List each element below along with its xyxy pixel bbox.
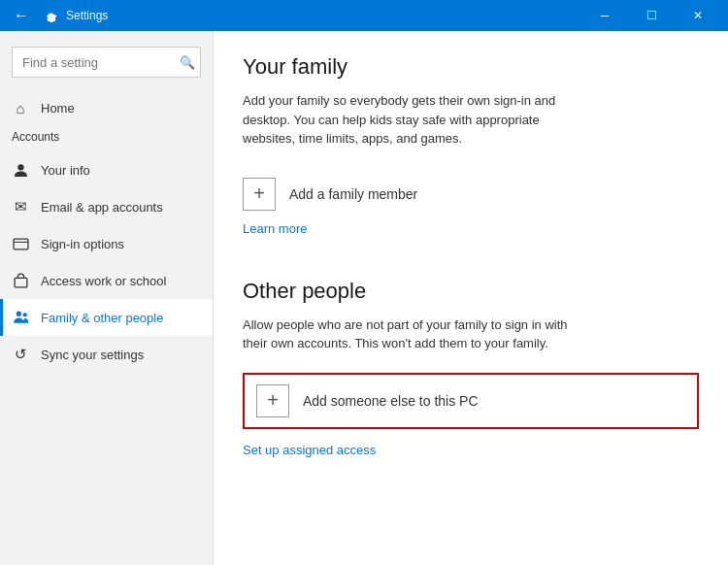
accounts-section-label: Accounts (0, 126, 213, 151)
other-people-section: Other people Allow people who are not pa… (243, 279, 699, 457)
sidebar-item-home-label: Home (41, 101, 75, 116)
search-input[interactable] (12, 47, 201, 78)
learn-more-link[interactable]: Learn more (243, 221, 307, 236)
svg-rect-0 (14, 239, 28, 249)
family-section: Your family Add your family so everybody… (243, 54, 699, 263)
minimize-button[interactable]: ─ (582, 0, 627, 31)
family-section-desc: Add your family so everybody gets their … (243, 91, 592, 149)
add-family-member-item[interactable]: + Add a family member (243, 168, 699, 220)
other-people-section-desc: Allow people who are not part of your fa… (243, 316, 592, 353)
main-content: Your family Add your family so everybody… (214, 31, 728, 565)
access-work-label: Access work or school (41, 274, 166, 288)
sidebar-item-sync-settings[interactable]: ↺ Sync your settings (0, 336, 213, 373)
family-icon (12, 309, 29, 326)
sidebar-item-sign-in-options[interactable]: Sign-in options (0, 225, 213, 262)
window-controls: ─ ☐ ✕ (582, 0, 720, 31)
sync-icon: ↺ (12, 346, 29, 363)
add-family-member-label: Add a family member (289, 186, 417, 202)
add-family-icon-box: + (243, 178, 276, 211)
sidebar-item-family-other-people[interactable]: Family & other people (0, 299, 213, 336)
back-button[interactable]: ← (8, 2, 35, 29)
sidebar-item-your-info[interactable]: Your info (0, 151, 213, 188)
family-other-people-label: Family & other people (41, 311, 163, 325)
email-icon: ✉ (12, 198, 29, 216)
add-someone-label: Add someone else to this PC (303, 393, 479, 409)
app-container: 🔍 ⌂ Home Accounts Your info ✉ Email & ap… (0, 31, 728, 565)
email-accounts-label: Email & app accounts (41, 200, 163, 215)
other-people-section-title: Other people (243, 279, 699, 304)
family-section-title: Your family (243, 54, 699, 80)
svg-point-4 (22, 313, 26, 316)
search-icon[interactable]: 🔍 (180, 55, 195, 70)
sidebar-item-email-accounts[interactable]: ✉ Email & app accounts (0, 188, 213, 225)
svg-rect-2 (15, 278, 27, 287)
sidebar-item-access-work[interactable]: Access work or school (0, 262, 213, 299)
sidebar-item-home[interactable]: ⌂ Home (0, 89, 213, 126)
your-info-icon (12, 161, 29, 179)
title-bar: ← Settings ─ ☐ ✕ (0, 0, 728, 31)
sidebar: 🔍 ⌂ Home Accounts Your info ✉ Email & ap… (0, 31, 214, 565)
plus-icon: + (253, 183, 265, 205)
sync-settings-label: Sync your settings (41, 348, 144, 362)
setup-assigned-access-link[interactable]: Set up assigned access (243, 443, 376, 457)
close-button[interactable]: ✕ (676, 0, 720, 31)
settings-icon (43, 8, 58, 23)
window-title: Settings (66, 9, 108, 22)
svg-point-3 (16, 311, 20, 316)
add-someone-item[interactable]: + Add someone else to this PC (243, 373, 699, 429)
title-bar-left: ← Settings (8, 2, 108, 29)
work-icon (12, 272, 29, 289)
plus-icon-2: + (267, 389, 279, 412)
sign-in-label: Sign-in options (41, 237, 124, 251)
sign-in-icon (12, 235, 29, 252)
home-icon: ⌂ (12, 99, 29, 116)
search-container: 🔍 (12, 47, 201, 78)
your-info-label: Your info (41, 163, 90, 178)
add-someone-icon-box: + (256, 384, 289, 417)
restore-button[interactable]: ☐ (629, 0, 674, 31)
